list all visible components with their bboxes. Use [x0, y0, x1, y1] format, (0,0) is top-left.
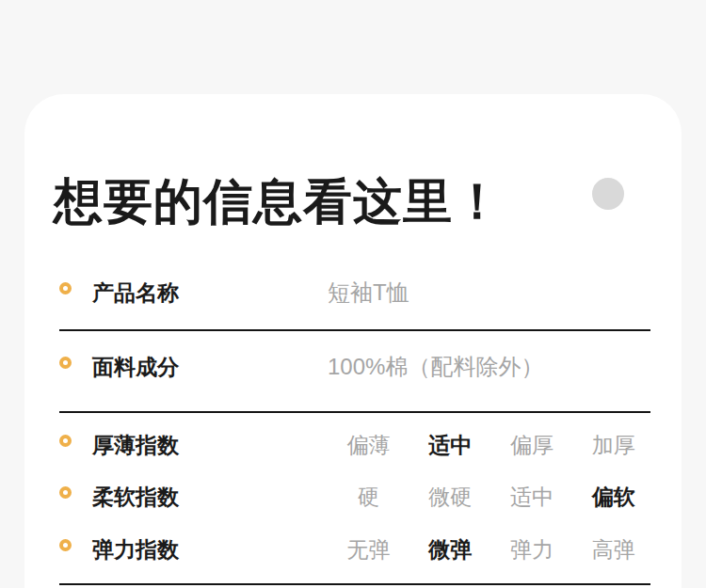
section-title: 想要的信息看这里！: [54, 173, 503, 230]
elasticity-index-row: 弹力指数 无弹 微弹 弹力 高弹: [24, 538, 682, 561]
divider: [59, 411, 650, 413]
product-name-row: 产品名称 短袖T恤: [24, 281, 682, 304]
bullet-ring-icon: [59, 282, 72, 294]
product-info-card: 想要的信息看这里！ 产品名称 短袖T恤 面料成分 100%棉（配料除外） 厚薄指…: [24, 94, 682, 588]
fabric-composition-value: 100%棉（配料除外）: [328, 355, 543, 379]
scale-option: 微硬: [428, 485, 472, 508]
bullet-ring-icon: [59, 357, 72, 369]
product-name-value: 短袖T恤: [328, 280, 409, 305]
bullet-ring-icon: [59, 486, 72, 499]
fabric-composition-row: 面料成分 100%棉（配料除外）: [24, 356, 682, 378]
bullet-ring-icon: [59, 539, 72, 551]
scale-option: 硬: [358, 485, 379, 508]
elasticity-scale: 无弹 微弹 弹力 高弹: [328, 538, 654, 561]
page-background: 想要的信息看这里！ 产品名称 短袖T恤 面料成分 100%棉（配料除外） 厚薄指…: [0, 0, 706, 588]
scale-option: 高弹: [592, 538, 635, 561]
scale-option: 适中: [510, 485, 554, 508]
bullet-ring-icon: [59, 435, 72, 447]
elasticity-index-label: 弹力指数: [92, 538, 179, 561]
scale-option: 无弹: [346, 538, 390, 561]
thickness-index-row: 厚薄指数 偏薄 适中 偏厚 加厚: [24, 434, 682, 456]
softness-index-label: 柔软指数: [92, 485, 179, 508]
fabric-composition-label: 面料成分: [92, 356, 179, 378]
scale-option: 加厚: [592, 434, 635, 456]
softness-index-row: 柔软指数 硬 微硬 适中 偏软: [24, 485, 682, 508]
decorative-ring-icon: [592, 178, 624, 210]
thickness-index-label: 厚薄指数: [92, 434, 179, 456]
scale-option: 偏厚: [510, 434, 554, 456]
scale-option: 偏薄: [346, 434, 390, 456]
product-name-label: 产品名称: [92, 281, 179, 304]
scale-option: 适中: [428, 434, 472, 456]
scale-option: 偏软: [592, 485, 635, 508]
scale-option: 微弹: [428, 538, 472, 561]
divider: [59, 329, 650, 331]
softness-scale: 硬 微硬 适中 偏软: [328, 485, 654, 508]
thickness-scale: 偏薄 适中 偏厚 加厚: [328, 434, 654, 456]
scale-option: 弹力: [510, 538, 554, 561]
divider: [59, 583, 650, 585]
